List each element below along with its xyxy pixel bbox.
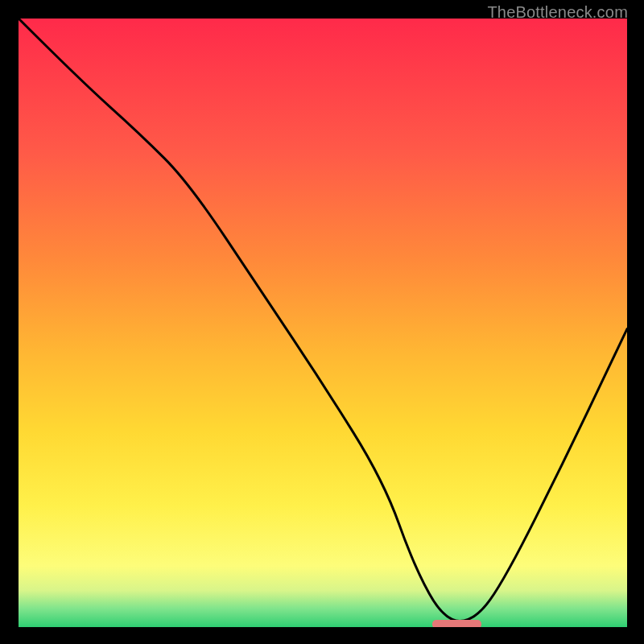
bottleneck-curve [19, 19, 627, 627]
plot-area [19, 19, 627, 627]
optimal-range-marker [432, 620, 481, 627]
chart-frame: TheBottleneck.com [0, 0, 644, 644]
watermark-text: TheBottleneck.com [487, 3, 628, 22]
